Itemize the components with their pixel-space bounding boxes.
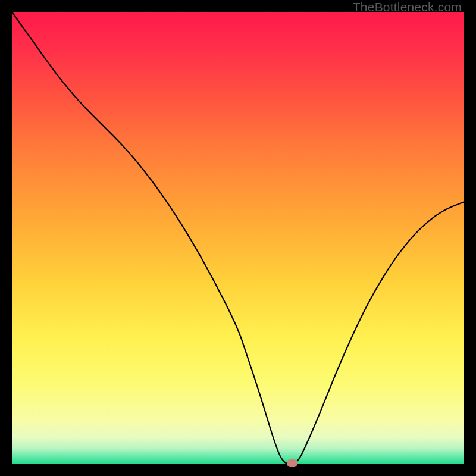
watermark-text: TheBottleneck.com bbox=[353, 0, 462, 14]
bottleneck-chart bbox=[12, 12, 464, 464]
optimal-marker bbox=[287, 459, 298, 467]
chart-background bbox=[12, 12, 464, 464]
